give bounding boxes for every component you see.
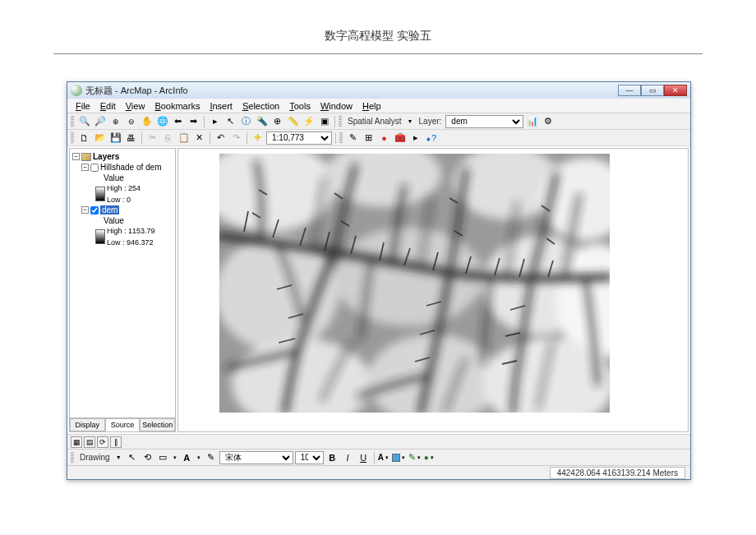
expand-icon[interactable]: − xyxy=(81,164,89,171)
tab-selection[interactable]: Selection xyxy=(140,418,175,431)
spatial-analyst-menu[interactable]: Spatial Analyst xyxy=(345,117,404,126)
menu-window[interactable]: Window xyxy=(316,100,357,112)
select-features-icon[interactable]: ▸ xyxy=(208,114,222,128)
add-data-icon[interactable]: ✚ xyxy=(251,131,265,145)
tab-display[interactable]: Display xyxy=(70,418,105,431)
options-icon[interactable]: ⚙ xyxy=(541,114,555,128)
font-size-select[interactable]: 10 xyxy=(295,451,324,464)
gripper-icon[interactable] xyxy=(71,452,74,464)
redo-icon[interactable]: ↷ xyxy=(229,131,243,145)
command-line-icon[interactable]: ▸ xyxy=(408,131,422,145)
dropdown-arrow-icon[interactable]: ▼ xyxy=(406,118,415,124)
titlebar[interactable]: 无标题 - ArcMap - ArcInfo — ▭ ✕ xyxy=(67,82,690,99)
layer-checkbox[interactable] xyxy=(90,164,99,172)
select-elements-icon[interactable]: ↖ xyxy=(224,114,237,128)
model-builder-icon[interactable]: ⬧? xyxy=(424,131,438,145)
copy-icon[interactable]: ⎘ xyxy=(161,131,175,145)
menu-insert[interactable]: Insert xyxy=(205,100,237,112)
italic-button[interactable]: I xyxy=(341,450,355,464)
maximize-button[interactable]: ▭ xyxy=(641,85,664,96)
tab-source[interactable]: Source xyxy=(105,418,141,431)
layer-name-selected[interactable]: dem xyxy=(100,205,119,214)
text-icon[interactable]: A xyxy=(180,450,194,464)
go-to-xy-icon[interactable]: ⊕ xyxy=(270,114,284,128)
expand-icon[interactable]: − xyxy=(81,206,89,214)
menu-bookmarks[interactable]: Bookmarks xyxy=(150,100,205,112)
menu-file[interactable]: File xyxy=(71,100,95,112)
toc-root[interactable]: Layers xyxy=(93,152,119,161)
toolbar-navigation: 🔍 🔎 ⊕ ⊖ ✋ 🌐 ⬅ ➡ ▸ ↖ ⓘ 🔦 ⊕ 📏 ⚡ ▣ Spatial … xyxy=(67,113,690,130)
layer-name[interactable]: Hillshade of dem xyxy=(100,163,161,172)
fixed-zoom-in-icon[interactable]: ⊕ xyxy=(108,114,122,128)
underline-button[interactable]: U xyxy=(357,450,371,464)
cut-icon[interactable]: ✂ xyxy=(145,131,159,145)
menu-tools[interactable]: Tools xyxy=(284,100,316,112)
zoom-in-icon[interactable]: 🔍 xyxy=(77,114,91,128)
zoom-out-icon[interactable]: 🔎 xyxy=(93,114,107,128)
refresh-icon[interactable]: ⟳ xyxy=(97,436,108,448)
rectangle-icon[interactable]: ▭ xyxy=(156,450,170,464)
scale-input[interactable]: 1:10,773 xyxy=(266,131,332,145)
save-icon[interactable]: 💾 xyxy=(108,131,122,145)
dropdown-arrow-icon[interactable]: ▾ xyxy=(172,454,178,461)
table-icon[interactable]: ⊞ xyxy=(362,131,376,145)
full-extent-icon[interactable]: 🌐 xyxy=(155,114,169,128)
rotate-icon[interactable]: ⟲ xyxy=(141,450,154,464)
gripper-icon[interactable] xyxy=(339,132,343,144)
back-extent-icon[interactable]: ⬅ xyxy=(171,114,185,128)
pan-icon[interactable]: ✋ xyxy=(140,114,154,128)
low-label: Low : 946.372 xyxy=(107,238,155,247)
hyperlink-icon[interactable]: ⚡ xyxy=(302,114,316,128)
table-of-contents: − Layers − Hillshade of dem Value High :… xyxy=(69,148,176,432)
status-bar: 442428.064 4163139.214 Meters xyxy=(67,465,690,479)
gripper-icon[interactable] xyxy=(71,132,74,144)
line-color-button[interactable]: ✎▾ xyxy=(408,452,422,463)
layer-checkbox[interactable] xyxy=(90,206,99,214)
undo-icon[interactable]: ↶ xyxy=(214,131,228,145)
dropdown-arrow-icon[interactable]: ▼ xyxy=(114,454,123,460)
menu-help[interactable]: Help xyxy=(357,100,386,112)
gripper-icon[interactable] xyxy=(71,116,74,127)
fill-color-button[interactable]: ▾ xyxy=(392,454,407,462)
layout-view-icon[interactable]: ▤ xyxy=(84,436,95,448)
arctoolbox-icon[interactable]: 🧰 xyxy=(393,131,407,145)
map-view[interactable] xyxy=(177,148,689,432)
htmlpopup-icon[interactable]: ▣ xyxy=(317,114,331,128)
forward-extent-icon[interactable]: ➡ xyxy=(187,114,201,128)
font-color-button[interactable]: A▾ xyxy=(378,453,390,462)
arccatalog-icon[interactable]: ● xyxy=(377,131,391,145)
edit-vertices-icon[interactable]: ✎ xyxy=(204,450,218,464)
menu-view[interactable]: View xyxy=(121,100,150,112)
marker-color-button[interactable]: ●▾ xyxy=(424,453,436,462)
expand-icon[interactable]: − xyxy=(72,153,80,160)
select-elements-icon[interactable]: ↖ xyxy=(125,450,139,464)
drawing-menu[interactable]: Drawing xyxy=(77,453,113,462)
menu-edit[interactable]: Edit xyxy=(95,100,121,112)
editor-icon[interactable]: ✎ xyxy=(346,131,360,145)
gripper-icon[interactable] xyxy=(339,116,342,127)
value-label: Value xyxy=(104,216,124,225)
layer-select[interactable]: dem xyxy=(445,115,523,128)
new-icon[interactable]: 🗋 xyxy=(77,131,91,145)
arcmap-window: 无标题 - ArcMap - ArcInfo — ▭ ✕ File Edit V… xyxy=(67,81,691,480)
delete-icon[interactable]: ✕ xyxy=(192,131,206,145)
close-button[interactable]: ✕ xyxy=(664,85,687,96)
menu-selection[interactable]: Selection xyxy=(237,100,284,112)
pause-icon[interactable]: ‖ xyxy=(110,436,122,448)
font-select[interactable]: 宋体 xyxy=(219,451,293,464)
find-icon[interactable]: 🔦 xyxy=(255,114,269,128)
dropdown-arrow-icon[interactable]: ▾ xyxy=(196,454,202,461)
paste-icon[interactable]: 📋 xyxy=(177,131,191,145)
open-icon[interactable]: 📂 xyxy=(93,131,107,145)
measure-icon[interactable]: 📏 xyxy=(286,114,300,128)
fixed-zoom-out-icon[interactable]: ⊖ xyxy=(124,114,138,128)
menubar: File Edit View Bookmarks Insert Selectio… xyxy=(67,99,690,113)
histogram-icon[interactable]: 📊 xyxy=(525,114,539,128)
separator xyxy=(334,116,335,127)
identify-icon[interactable]: ⓘ xyxy=(239,114,253,128)
dem-raster xyxy=(219,154,610,413)
data-view-icon[interactable]: ▦ xyxy=(71,436,82,448)
print-icon[interactable]: 🖶 xyxy=(124,131,138,145)
bold-button[interactable]: B xyxy=(325,450,339,464)
minimize-button[interactable]: — xyxy=(618,85,641,96)
